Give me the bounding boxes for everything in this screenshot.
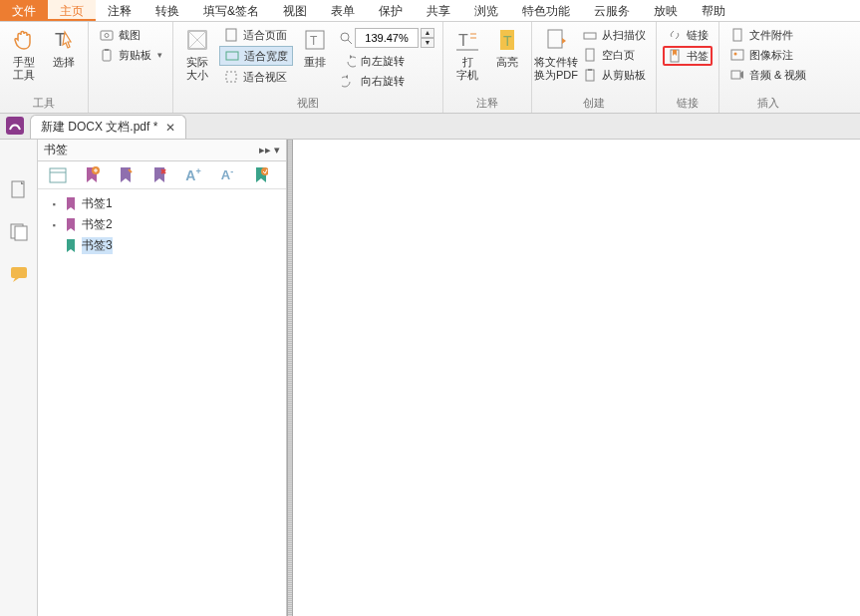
- image-annot-button[interactable]: 图像标注: [725, 46, 810, 64]
- bookmark-label: 书签: [687, 49, 709, 64]
- menu-file[interactable]: 文件: [0, 0, 48, 21]
- link-button[interactable]: 链接: [663, 26, 713, 44]
- bookmark-button[interactable]: 书签: [663, 46, 713, 66]
- close-tab-button[interactable]: ✕: [165, 121, 175, 135]
- svg-rect-1: [101, 31, 113, 40]
- bookmark-item[interactable]: 书签3: [46, 235, 278, 256]
- menu-slideshow[interactable]: 放映: [642, 0, 690, 21]
- menu-form[interactable]: 表单: [319, 0, 367, 21]
- clipboard-button[interactable]: 剪贴板: [95, 46, 166, 64]
- document-viewport[interactable]: [293, 140, 860, 616]
- twist-icon[interactable]: ▪: [48, 199, 60, 209]
- rotate-right-label: 向右旋转: [361, 74, 405, 89]
- menu-special[interactable]: 特色功能: [510, 0, 582, 21]
- highlight-label: 高亮: [496, 56, 518, 69]
- file-attach-label: 文件附件: [749, 28, 793, 43]
- panel-goto-bookmark-button[interactable]: [251, 165, 271, 185]
- clipboard-label: 剪贴板: [119, 48, 151, 63]
- zoom-down[interactable]: ▼: [421, 38, 434, 48]
- document-tab-bar: 新建 DOCX 文档.pdf * ✕: [0, 114, 860, 140]
- from-clipboard-icon: [582, 67, 598, 83]
- fit-visible-label: 适合视区: [243, 70, 287, 85]
- svg-rect-15: [548, 30, 562, 48]
- svg-rect-17: [586, 49, 594, 61]
- app-icon: [0, 113, 30, 139]
- panel-font-smaller-button[interactable]: A-: [217, 165, 237, 185]
- document-tab[interactable]: 新建 DOCX 文档.pdf * ✕: [30, 115, 186, 139]
- rail-comments-button[interactable]: [8, 263, 30, 285]
- panel-delete-bookmark-button[interactable]: [149, 165, 169, 185]
- menu-convert[interactable]: 转换: [143, 0, 191, 21]
- panel-expand-all-button[interactable]: [48, 165, 68, 185]
- svg-rect-19: [588, 69, 592, 71]
- link-label: 链接: [687, 28, 709, 43]
- bookmark-item[interactable]: ▪ 书签2: [46, 214, 278, 235]
- typewriter-button[interactable]: T 打 字机: [447, 24, 487, 84]
- actual-size-button[interactable]: 实际 大小: [177, 24, 217, 84]
- menu-home[interactable]: 主页: [48, 0, 96, 21]
- rotate-right-button[interactable]: 向右旋转: [337, 72, 436, 90]
- from-scanner-button[interactable]: 从扫描仪: [578, 26, 650, 44]
- zoom-icon: [339, 31, 353, 45]
- menu-fillsign[interactable]: 填写&签名: [191, 0, 271, 21]
- panel-add-bookmark-button[interactable]: [82, 165, 102, 185]
- ribbon-group-create: 将文件转 换为PDF 从扫描仪 空白页 从剪贴板 创建: [532, 22, 657, 113]
- bookmark-label: 书签1: [82, 195, 113, 212]
- panel-new-bookmark-button[interactable]: [116, 165, 136, 185]
- menu-annot[interactable]: 注释: [96, 0, 143, 21]
- hand-icon: [10, 26, 38, 54]
- reflow-button[interactable]: T 重排: [295, 24, 335, 71]
- twist-icon[interactable]: ▪: [48, 220, 60, 230]
- menu-protect[interactable]: 保护: [367, 0, 415, 21]
- fit-width-button[interactable]: 适合宽度: [219, 46, 293, 66]
- svg-point-11: [341, 33, 349, 41]
- fit-page-button[interactable]: 适合页面: [219, 26, 293, 44]
- twist-icon[interactable]: [48, 241, 60, 251]
- zoom-control[interactable]: ▲▼: [339, 28, 434, 48]
- sidebar-rail: [0, 140, 38, 616]
- audio-video-label: 音频 & 视频: [749, 68, 806, 83]
- highlight-button[interactable]: T 高亮: [487, 24, 527, 71]
- rail-pages-button[interactable]: [8, 179, 30, 201]
- menu-share[interactable]: 共享: [415, 0, 462, 21]
- clipboard-icon: [99, 47, 115, 63]
- screenshot-button[interactable]: 截图: [95, 26, 166, 44]
- menu-help[interactable]: 帮助: [690, 0, 737, 21]
- link-icon: [667, 27, 683, 43]
- ribbon-group-tools-title: 工具: [4, 94, 84, 113]
- zoom-stepper[interactable]: ▲▼: [421, 28, 434, 48]
- convert-to-pdf-button[interactable]: 将文件转 换为PDF: [536, 24, 576, 84]
- menu-view[interactable]: 视图: [271, 0, 319, 21]
- screenshot-icon: [99, 27, 115, 43]
- hand-tool-button[interactable]: 手型 工具: [4, 24, 44, 84]
- audio-video-button[interactable]: 音频 & 视频: [725, 66, 810, 84]
- svg-text:T: T: [503, 33, 512, 49]
- rotate-left-button[interactable]: 向左旋转: [337, 52, 436, 70]
- svg-text:T: T: [458, 32, 468, 49]
- svg-rect-16: [584, 33, 596, 39]
- svg-rect-24: [731, 71, 740, 79]
- svg-rect-7: [226, 52, 238, 60]
- menu-cloud[interactable]: 云服务: [582, 0, 642, 21]
- panel-font-larger-button[interactable]: A+: [183, 165, 203, 185]
- blank-page-button[interactable]: 空白页: [578, 46, 650, 64]
- bookmark-item[interactable]: ▪ 书签1: [46, 193, 278, 214]
- rail-thumbnails-button[interactable]: [8, 221, 30, 243]
- fit-visible-button[interactable]: 适合视区: [219, 68, 293, 86]
- bookmark-flag-icon: [64, 239, 78, 253]
- actual-size-icon: [183, 26, 211, 54]
- svg-rect-29: [11, 267, 27, 278]
- select-tool-button[interactable]: T 选择: [44, 24, 84, 71]
- zoom-up[interactable]: ▲: [421, 28, 434, 38]
- from-clipboard-button[interactable]: 从剪贴板: [578, 66, 650, 84]
- menu-browse[interactable]: 浏览: [462, 0, 510, 21]
- rotate-right-icon: [341, 73, 357, 89]
- typewriter-label: 打 字机: [456, 56, 478, 82]
- panel-collapse-button[interactable]: ▸▸ ▾: [259, 144, 280, 156]
- bookmark-label: 书签3: [82, 237, 113, 254]
- svg-text:T: T: [310, 34, 318, 48]
- svg-point-2: [105, 34, 109, 38]
- file-attach-button[interactable]: 文件附件: [725, 26, 810, 44]
- from-scanner-label: 从扫描仪: [602, 28, 646, 43]
- zoom-input[interactable]: [355, 28, 419, 48]
